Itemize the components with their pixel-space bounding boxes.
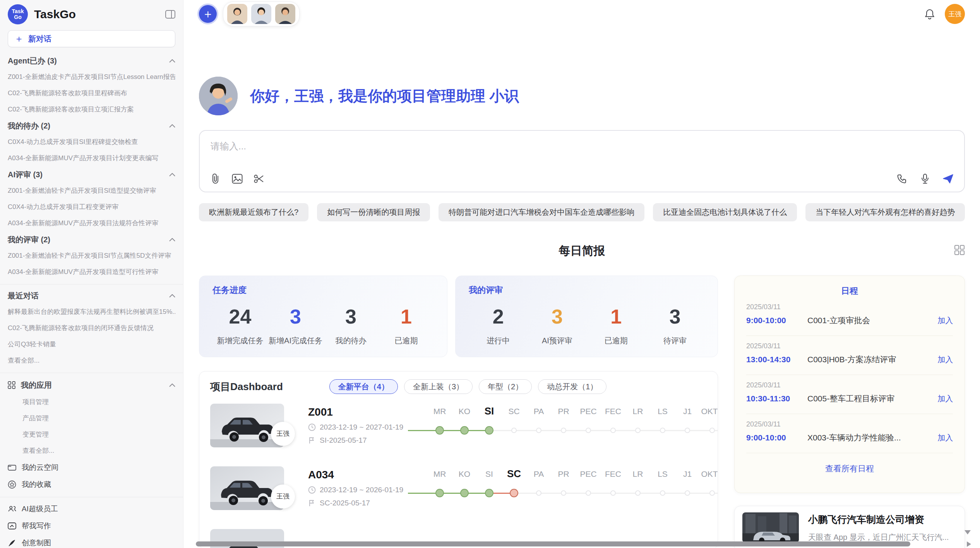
notification-bell-icon[interactable] — [925, 9, 935, 19]
join-link[interactable]: 加入 — [937, 433, 953, 443]
milestone-LR[interactable]: LR — [625, 469, 650, 507]
horizontal-scrollbar-thumb[interactable] — [196, 541, 910, 546]
recent-chat-item[interactable]: 公司Q3轻卡销量 — [8, 336, 175, 353]
schedule-date: 2025/03/11 — [746, 420, 953, 428]
sidebar-item[interactable]: Z001-全新燃油轻卡产品开发项目SI造型提交物评审 — [8, 183, 175, 199]
layout-grid-icon[interactable] — [954, 245, 965, 257]
milestone-dot — [536, 428, 541, 433]
tab-powertrain-dev[interactable]: 动总开发（1） — [538, 379, 607, 394]
recent-view-all-link[interactable]: 查看全部... — [8, 353, 175, 369]
creative-drawing[interactable]: 创意制图 — [8, 534, 175, 548]
sidebar-item[interactable]: A034-全新新能源MUV产品开发项目法规符合性评审 — [8, 215, 175, 231]
new-chat-button[interactable]: ＋ 新对话 — [8, 30, 175, 47]
attachment-icon[interactable] — [209, 172, 222, 185]
milestone-MR[interactable]: MR — [427, 406, 452, 445]
scissors-icon[interactable] — [252, 172, 266, 185]
group-header-ai-review[interactable]: AI评审 (3) — [8, 166, 175, 183]
milestone-SC[interactable]: SC — [502, 469, 526, 507]
chat-input-card[interactable]: 请输入... — [199, 130, 965, 192]
app-item-project-mgmt[interactable]: 项目管理 — [8, 394, 175, 410]
milestone-SC[interactable]: SC — [502, 406, 526, 445]
milestone-PEC[interactable]: PEC — [576, 406, 601, 445]
app-item-change-mgmt[interactable]: 变更管理 — [8, 426, 175, 443]
suggestion-chip[interactable]: 欧洲新规最近颁布了什么? — [199, 203, 308, 221]
milestone-J1[interactable]: J1 — [675, 469, 700, 507]
group-header-recent-chats[interactable]: 最近对话 — [8, 288, 175, 304]
milestone-PA[interactable]: PA — [526, 469, 551, 507]
milestone-LS[interactable]: LS — [650, 406, 675, 445]
phone-call-icon[interactable] — [895, 172, 908, 185]
group-header-agent-done[interactable]: Agent已办 (3) — [8, 53, 175, 69]
milestone-FEC[interactable]: FEC — [601, 406, 625, 445]
my-cloud-space[interactable]: 我的云空间 — [8, 459, 175, 476]
milestone-dot — [610, 490, 616, 496]
stat-label: 新增完成任务 — [212, 336, 268, 346]
milestone-PR[interactable]: PR — [551, 406, 576, 445]
my-favorites[interactable]: 我的收藏 — [8, 476, 175, 493]
suggestion-chip[interactable]: 比亚迪全固态电池计划具体说了什么 — [653, 203, 797, 221]
send-icon[interactable] — [942, 172, 955, 185]
project-dashboard-card: 项目Dashboard 全新平台（4） 全新上装（3） 年型（2） 动总开发（1… — [199, 371, 718, 548]
my-apps-header[interactable]: 我的应用 — [8, 376, 175, 394]
milestone-dot — [485, 426, 493, 435]
milestone-KO[interactable]: KO — [452, 406, 477, 445]
group-header-my-todo[interactable]: 我的待办 (2) — [8, 118, 175, 134]
suggestion-chip[interactable]: 如何写一份清晰的项目周报 — [317, 203, 430, 221]
sidebar-item[interactable]: C0X4-动力总成开发项目SI里程碑提交物检查 — [8, 134, 175, 150]
agent-avatar[interactable] — [275, 4, 295, 24]
stat-label: 已逾期 — [587, 336, 646, 346]
view-all-schedule-link[interactable]: 查看所有日程 — [746, 463, 953, 474]
stat-ai-prereview: 3 AI预评审 — [528, 303, 586, 346]
suggestion-chip[interactable]: 当下年轻人对汽车外观有怎样的喜好趋势 — [805, 203, 965, 221]
collapse-sidebar-icon[interactable] — [165, 10, 175, 19]
image-icon[interactable] — [231, 172, 244, 185]
milestone-SI[interactable]: SI — [477, 406, 502, 445]
sidebar-item[interactable]: C0X4-动力总成开发项目工程变更评审 — [8, 199, 175, 215]
ai-super-staff[interactable]: AI超级员工 — [8, 500, 175, 517]
sidebar-item[interactable]: A034-全新新能源MUV产品开发项目造型可行性评审 — [8, 264, 175, 280]
project-row[interactable]: 王强 Z001 2023-12-19 ~ 2027-01-19 SI-2025-… — [210, 394, 707, 457]
sidebar-item[interactable]: Z001-全新燃油皮卡产品开发项目SI节点Lesson Learn报告 — [8, 69, 175, 85]
milestone-dot — [635, 490, 641, 496]
project-row[interactable]: 王强 A034 2023-12-19 ~ 2026-01-19 SC-2025-… — [210, 457, 707, 519]
milestone-MR[interactable]: MR — [427, 469, 452, 507]
stat-overdue: 1 已逾期 — [379, 303, 434, 346]
agent-avatar[interactable] — [227, 4, 247, 24]
recent-chat-item[interactable]: C02-飞腾新能源轻客改款项目的闭环通告反馈情况 — [8, 320, 175, 336]
milestone-FEC[interactable]: FEC — [601, 469, 625, 507]
milestone-OKTB[interactable]: OKTB — [700, 469, 718, 507]
add-conversation-button[interactable]: ＋ — [199, 5, 217, 23]
tab-year-model[interactable]: 年型（2） — [479, 379, 532, 394]
join-link[interactable]: 加入 — [937, 394, 953, 404]
sidebar-item[interactable]: C02-飞腾新能源轻客改款项目立项汇报方案 — [8, 101, 175, 118]
recent-chat-item[interactable]: 解释最新出台的欧盟报废车法规再生塑料比例被调至15%... — [8, 304, 175, 320]
milestone-J1[interactable]: J1 — [675, 406, 700, 445]
scrollbar-right-arrow[interactable] — [967, 541, 971, 547]
join-link[interactable]: 加入 — [937, 354, 953, 365]
scrollbar-down-arrow[interactable] — [965, 530, 971, 534]
suggestion-chip[interactable]: 特朗普可能对进口汽车增税会对中国车企造成哪些影响 — [439, 203, 644, 221]
sidebar-item[interactable]: Z001-全新燃油轻卡产品开发项目SI节点属性5D文件评审 — [8, 248, 175, 264]
sidebar-item[interactable]: C02-飞腾新能源轻客改款项目里程碑画布 — [8, 85, 175, 101]
group-label: Agent已办 (3) — [8, 56, 57, 66]
milestone-LS[interactable]: LS — [650, 469, 675, 507]
milestone-PR[interactable]: PR — [551, 469, 576, 507]
app-item-product-mgmt[interactable]: 产品管理 — [8, 410, 175, 426]
apps-view-all-link[interactable]: 查看全部... — [8, 443, 175, 459]
milestone-SI[interactable]: SI — [477, 469, 502, 507]
agent-avatar[interactable] — [251, 4, 271, 24]
milestone-PA[interactable]: PA — [526, 406, 551, 445]
group-header-my-review[interactable]: 我的评审 (2) — [8, 231, 175, 248]
help-me-write[interactable]: 帮我写作 — [8, 517, 175, 534]
user-avatar[interactable]: 王强 — [945, 4, 965, 24]
join-link[interactable]: 加入 — [937, 315, 953, 326]
milestone-KO[interactable]: KO — [452, 469, 477, 507]
briefing-left-column: 任务进度 24 新增完成任务 3 新增AI完成任务 3 — [199, 276, 718, 548]
microphone-icon[interactable] — [918, 172, 932, 185]
tab-all-new-body[interactable]: 全新上装（3） — [404, 379, 473, 394]
milestone-LR[interactable]: LR — [625, 406, 650, 445]
milestone-OKTB[interactable]: OKTB — [700, 406, 718, 445]
tab-all-new-platform[interactable]: 全新平台（4） — [329, 379, 398, 394]
milestone-PEC[interactable]: PEC — [576, 469, 601, 507]
sidebar-item[interactable]: A034-全新新能源MUV产品开发项目计划变更表编写 — [8, 150, 175, 166]
